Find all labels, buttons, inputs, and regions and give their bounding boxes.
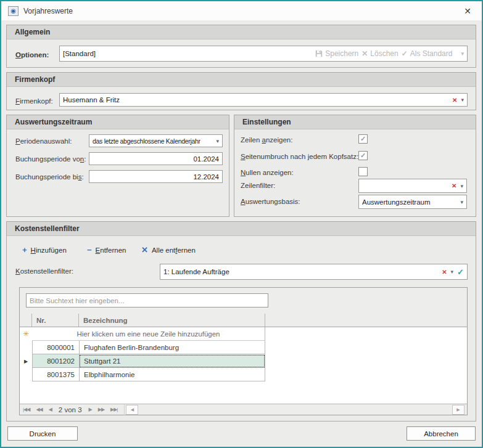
grid-header-nr[interactable]: Nr. [32,314,79,327]
seitenumbruch-label: Seitenumbruch nach jedem Kopfsatz: [241,153,358,160]
row-bezeichnung[interactable]: Flughafen Berlin-Brandenburg [79,341,265,354]
selected-row-arrow-icon: ▶ [20,354,32,368]
section-firmenkopf-header: Firmenkopf [7,73,476,87]
table-row[interactable]: 8001375 Elbphilharmonie [20,368,265,381]
optionen-value[interactable]: [Standard] [63,50,315,57]
chevron-down-icon[interactable]: ▾ [460,183,463,189]
grid-pager: |◀◀ ◀◀ ◀ 2 von 3 ▶ ▶▶ ▶▶| ◀ ▶ [20,404,467,415]
drucken-button[interactable]: Drucken [7,426,78,441]
apply-check-icon[interactable]: ✓ [457,267,464,277]
horizontal-scrollbar[interactable]: ◀ ▶ [124,404,467,415]
buchungsperiode-bis-field[interactable]: 12.2024 [89,170,223,183]
alle-entfernen-button[interactable]: ✕ Alle entfernen [141,245,196,255]
kostenstellenfilter-label: Kostenstellenfilter: [15,267,73,275]
row-bezeichnung[interactable]: Stuttgart 21 [79,354,265,368]
clear-x-icon[interactable]: ✕ [452,182,456,189]
clear-x-icon[interactable]: ✕ [452,97,457,104]
save-icon [315,50,323,57]
grid-header-indicator [20,314,32,327]
pager-prev-button[interactable]: ◀ [46,407,55,412]
chevron-down-icon[interactable]: ▾ [216,138,219,144]
buchungsperiode-von-field[interactable]: 01.2024 [89,152,223,165]
pager-next-button[interactable]: ▶ [86,407,95,412]
loeschen-button[interactable]: ✕ Löschen [361,49,398,58]
row-indicator [20,368,32,381]
delete-x-icon: ✕ [361,49,368,58]
optionen-label: Optionen: [15,51,49,59]
speichern-button[interactable]: Speichern [315,49,358,58]
pager-prev-page-button[interactable]: ◀◀ [33,407,45,412]
buchungsperiode-von-value: 01.2024 [93,155,219,163]
optionen-field[interactable]: [Standard] Speichern ✕ Löschen ✓ Als Sta… [59,46,468,62]
table-row-selected[interactable]: ▶ 8001202 Stuttgart 21 [20,354,265,368]
row-nr[interactable]: 8000001 [32,341,79,354]
zeilen-anzeigen-checkbox[interactable]: ✓ [358,134,368,144]
section-firmenkopf: Firmenkopf Firmenkopf: Husemann & Fritz … [6,72,476,110]
section-einstellungen-header: Einstellungen [234,115,476,129]
periodenauswahl-label: Periodenauswahl: [15,137,72,145]
seitenumbruch-checkbox[interactable]: ✓ [358,151,368,160]
kostenstellenfilter-value: 1: Laufende Aufträge [163,268,438,275]
firmenkopf-label: Firmenkopf: [15,97,53,105]
section-allgemein: Allgemein Optionen: [Standard] Speichern… [6,25,476,68]
auswertungsbasis-label: Auswertungsbasis: [241,198,300,205]
buchungsperiode-bis-value: 12.2024 [93,173,219,181]
grid-header-row: Nr. Bezeichnung [20,314,467,327]
close-icon[interactable]: ✕ [462,6,473,17]
chevron-down-icon[interactable]: ▾ [451,269,454,275]
kostenstellen-grid: Nr. Bezeichnung ✳ Hier klicken um eine n… [19,287,468,415]
new-row-hint[interactable]: Hier klicken um eine neue Zeile hinzuzuf… [32,327,265,341]
chevron-down-icon[interactable]: ▾ [461,51,464,57]
search-input-wrapper [26,293,268,307]
pager-next-page-button[interactable]: ▶▶ [95,407,107,412]
pager-first-button[interactable]: |◀◀ [20,407,33,412]
firmenkopf-combobox[interactable]: Husemann & Fritz ✕ ▾ [59,93,468,107]
auswertungsbasis-value: Auswertungszeitraum [362,198,456,206]
nullen-anzeigen-label: Nullen anzeigen: [241,169,294,176]
section-allgemein-header: Allgemein [7,25,476,39]
table-row[interactable]: 8000001 Flughafen Berlin-Brandenburg [20,341,265,354]
section-kostenstellenfilter: Kostenstellenfilter + Hinzufügen − Entfe… [6,221,476,422]
entfernen-button[interactable]: − Entfernen [87,245,126,255]
nullen-anzeigen-checkbox[interactable] [358,167,368,176]
row-nr[interactable]: 8001375 [32,368,79,381]
grid-search-bar [20,288,467,314]
new-row-asterisk-icon: ✳ [20,327,32,341]
scroll-right-icon[interactable]: ▶ [452,405,464,415]
pager-last-button[interactable]: ▶▶| [107,407,120,412]
zeilenfilter-label: Zeilenfilter: [241,182,275,189]
chevron-down-icon[interactable]: ▾ [460,199,463,205]
section-auswertungszeitraum-header: Auswertungszeitraum [7,115,229,129]
grid-header-filler [265,314,467,327]
section-kostenstellenfilter-header: Kostenstellenfilter [7,222,476,236]
abbrechen-button[interactable]: Abbrechen [407,426,476,441]
grid-header-bezeichnung[interactable]: Bezeichnung [79,314,265,327]
periodenauswahl-dropdown[interactable]: das letzte abgeschlossene Kalenderjahr ▾ [89,134,223,147]
buchungsperiode-bis-label: Buchungsperiode bis: [15,173,84,181]
zeilenfilter-combobox[interactable]: ✕ ▾ [358,179,467,193]
hinzufuegen-button[interactable]: + Hinzufügen [22,245,67,255]
periodenauswahl-value: das letzte abgeschlossene Kalenderjahr [93,137,212,145]
buchungsperiode-von-label: Buchungsperiode von: [15,155,86,163]
row-bezeichnung[interactable]: Elbphilharmonie [79,368,265,381]
row-nr[interactable]: 8001202 [32,354,79,368]
window-icon: ◉ [8,6,19,16]
kostenstellenfilter-combobox[interactable]: 1: Laufende Aufträge ✕ ▾ ✓ [160,264,468,280]
window-title: Vorjahreswerte [23,7,73,15]
optionen-toolbar: Speichern ✕ Löschen ✓ Als Standard ▾ [315,49,464,58]
row-indicator [20,341,32,354]
auswertungsbasis-dropdown[interactable]: Auswertungszeitraum ▾ [358,195,467,209]
search-input[interactable] [30,297,265,304]
grid-new-row[interactable]: ✳ Hier klicken um eine neue Zeile hinzuz… [20,327,265,341]
chevron-down-icon[interactable]: ▾ [461,97,464,103]
clear-x-icon[interactable]: ✕ [442,269,447,275]
als-standard-button[interactable]: ✓ Als Standard [402,49,453,58]
pager-position: 2 von 3 [55,406,86,413]
zeilen-anzeigen-label: Zeilen anzeigen: [241,136,292,144]
title-bar: ◉ Vorjahreswerte ✕ [1,1,482,20]
dialog-vorjahreswerte: ◉ Vorjahreswerte ✕ Allgemein Optionen: [… [0,0,483,448]
plus-icon: + [22,245,27,255]
scroll-left-icon[interactable]: ◀ [126,405,138,415]
section-einstellungen: Einstellungen Zeilen anzeigen: ✓ Seitenu… [234,115,476,217]
minus-icon: − [87,245,92,255]
